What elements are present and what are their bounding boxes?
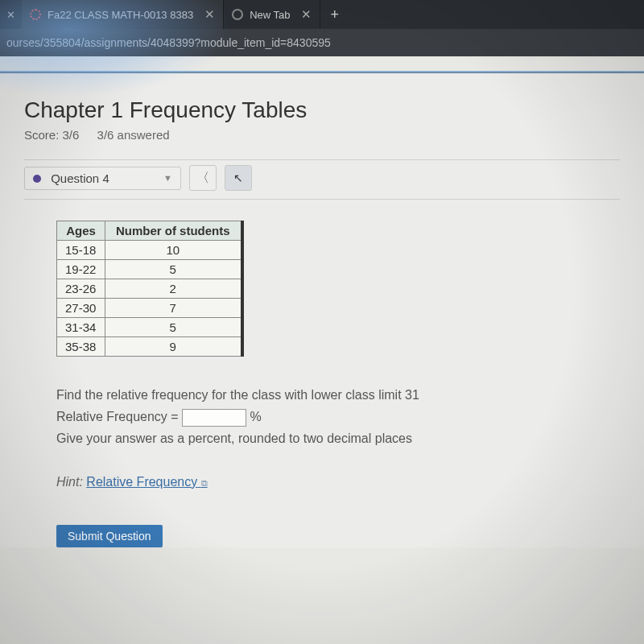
hint-line: Hint: Relative Frequency ⧉ [56, 471, 620, 493]
table-row: 23-262 [57, 279, 242, 299]
prompt-line-1: Find the relative frequency for the clas… [56, 384, 620, 406]
answer-suffix: % [250, 410, 262, 423]
hint-link[interactable]: Relative Frequency ⧉ [86, 475, 207, 489]
prev-question-button[interactable]: 〈 [189, 165, 217, 191]
address-bar[interactable]: ourses/355804/assignments/4048399?module… [0, 29, 644, 56]
prompt-line-3: Give your answer as a percent, rounded t… [56, 427, 620, 449]
cursor-icon: ↖ [233, 171, 243, 184]
browser-tab-strip: ✕ Fa22 CLASS MATH-0013 8383 ✕ New Tab ✕ … [0, 0, 644, 29]
table-row: 35-389 [57, 337, 242, 357]
close-icon[interactable]: ✕ [0, 9, 22, 21]
tab-label: New Tab [250, 9, 290, 21]
tab-new[interactable]: New Tab ✕ [224, 0, 320, 29]
question-nav-bar: Question 4 ▼ 〈 ↖ [24, 159, 620, 200]
col-header-ages: Ages [57, 221, 105, 241]
close-icon[interactable]: ✕ [204, 7, 215, 22]
canvas-icon [30, 9, 41, 20]
chrome-icon [232, 9, 243, 20]
page-title: Chapter 1 Frequency Tables [24, 97, 620, 123]
hint-label: Hint: [56, 475, 83, 489]
new-tab-button[interactable]: + [320, 6, 349, 23]
frequency-table: Ages Number of students 15-1810 19-225 2… [56, 221, 244, 357]
question-body: Find the relative frequency for the clas… [56, 384, 620, 493]
url-text: ourses/355804/assignments/4048399?module… [6, 36, 331, 49]
next-question-button[interactable]: ↖ [225, 165, 252, 191]
question-label: Question 4 [51, 171, 109, 185]
table-row: 27-307 [57, 299, 242, 318]
col-header-count: Number of students [105, 221, 242, 241]
answer-prefix: Relative Frequency = [56, 410, 182, 423]
answer-line: Relative Frequency = % [56, 406, 620, 427]
relative-frequency-input[interactable] [182, 409, 246, 427]
score-line: Score: 3/6 3/6 answered [24, 128, 620, 142]
table-row: 15-1810 [57, 241, 242, 260]
submit-question-button[interactable]: Submit Question [56, 525, 163, 547]
question-dropdown[interactable]: Question 4 ▼ [24, 167, 181, 190]
table-row: 31-345 [57, 318, 242, 337]
table-row: 19-225 [57, 260, 242, 279]
status-dot-icon [33, 175, 41, 183]
close-icon[interactable]: ✕ [301, 7, 312, 22]
score-value: Score: 3/6 [24, 128, 79, 142]
tab-label: Fa22 CLASS MATH-0013 8383 [47, 9, 193, 21]
answered-value: 3/6 answered [97, 128, 170, 142]
caret-down-icon: ▼ [163, 173, 172, 183]
frequency-table-wrap: Ages Number of students 15-1810 19-225 2… [56, 221, 620, 357]
external-link-icon: ⧉ [201, 478, 208, 488]
page-content: Chapter 1 Frequency Tables Score: 3/6 3/… [0, 73, 644, 547]
chevron-left-icon: 〈 [196, 170, 209, 187]
tab-course[interactable]: Fa22 CLASS MATH-0013 8383 ✕ [22, 0, 224, 29]
